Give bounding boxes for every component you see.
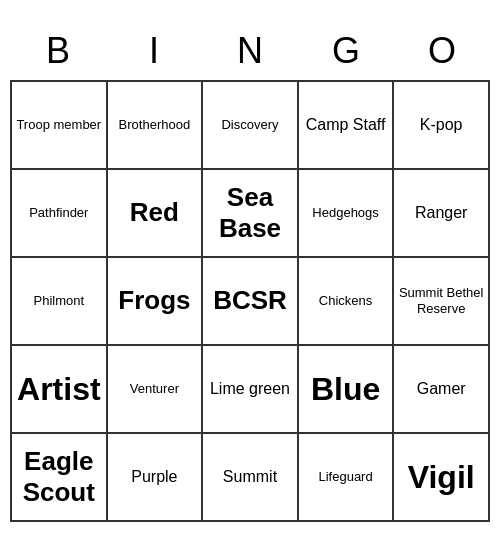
bingo-row-1: PathfinderRedSea BaseHedgehogsRanger: [12, 170, 490, 258]
bingo-header: BINGO: [10, 22, 490, 80]
bingo-cell-3-3: Blue: [299, 346, 395, 434]
header-letter-b: B: [14, 30, 102, 72]
bingo-cell-0-2: Discovery: [203, 82, 299, 170]
bingo-cell-2-0: Philmont: [12, 258, 108, 346]
header-letter-o: O: [398, 30, 486, 72]
bingo-row-3: ArtistVenturerLime greenBlueGamer: [12, 346, 490, 434]
header-letter-i: I: [110, 30, 198, 72]
bingo-cell-2-2: BCSR: [203, 258, 299, 346]
bingo-cell-2-4: Summit Bethel Reserve: [394, 258, 490, 346]
bingo-cell-0-4: K-pop: [394, 82, 490, 170]
bingo-cell-3-1: Venturer: [108, 346, 204, 434]
bingo-grid: Troop memberBrotherhoodDiscoveryCamp Sta…: [10, 80, 490, 522]
bingo-cell-4-2: Summit: [203, 434, 299, 522]
bingo-cell-1-2: Sea Base: [203, 170, 299, 258]
bingo-cell-0-3: Camp Staff: [299, 82, 395, 170]
bingo-cell-4-3: Lifeguard: [299, 434, 395, 522]
bingo-cell-1-1: Red: [108, 170, 204, 258]
bingo-row-0: Troop memberBrotherhoodDiscoveryCamp Sta…: [12, 82, 490, 170]
bingo-card: BINGO Troop memberBrotherhoodDiscoveryCa…: [10, 22, 490, 522]
bingo-cell-4-4: Vigil: [394, 434, 490, 522]
bingo-cell-0-0: Troop member: [12, 82, 108, 170]
bingo-cell-0-1: Brotherhood: [108, 82, 204, 170]
bingo-cell-1-4: Ranger: [394, 170, 490, 258]
header-letter-g: G: [302, 30, 390, 72]
bingo-cell-4-0: Eagle Scout: [12, 434, 108, 522]
bingo-cell-1-0: Pathfinder: [12, 170, 108, 258]
bingo-cell-3-2: Lime green: [203, 346, 299, 434]
bingo-cell-2-1: Frogs: [108, 258, 204, 346]
bingo-row-4: Eagle ScoutPurpleSummitLifeguardVigil: [12, 434, 490, 522]
bingo-cell-1-3: Hedgehogs: [299, 170, 395, 258]
bingo-cell-3-4: Gamer: [394, 346, 490, 434]
bingo-row-2: PhilmontFrogsBCSRChickensSummit Bethel R…: [12, 258, 490, 346]
bingo-cell-2-3: Chickens: [299, 258, 395, 346]
header-letter-n: N: [206, 30, 294, 72]
bingo-cell-4-1: Purple: [108, 434, 204, 522]
bingo-cell-3-0: Artist: [12, 346, 108, 434]
